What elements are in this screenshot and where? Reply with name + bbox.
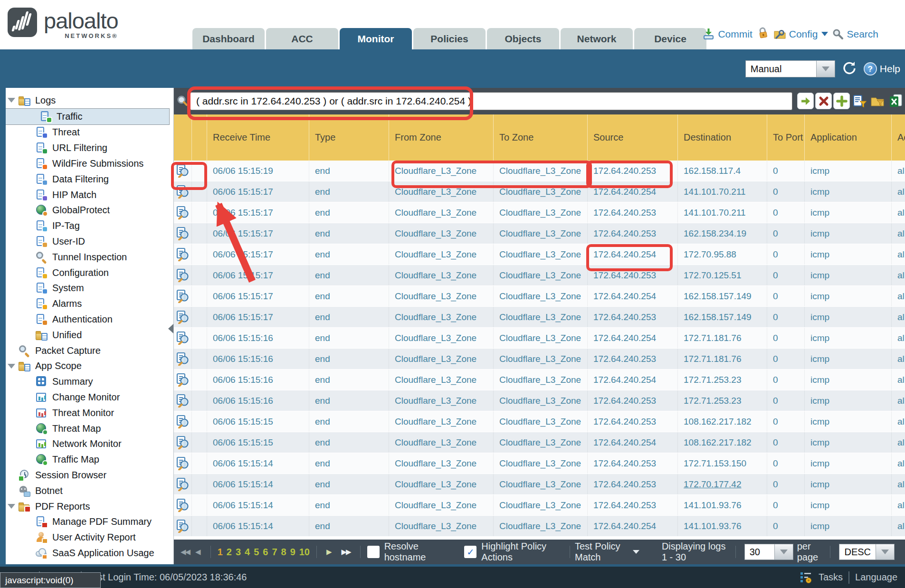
sidebar-item-pdf-reports[interactable]: PDF Reports: [0, 499, 173, 514]
resolve-hostname-checkbox[interactable]: [367, 546, 380, 558]
column-header-to-zone[interactable]: To Zone: [494, 114, 588, 161]
log-detail-icon[interactable]: [176, 352, 190, 366]
filter-query-input[interactable]: [190, 92, 792, 110]
table-row[interactable]: 06/06 15:15:16endCloudflare_L3_ZoneCloud…: [174, 349, 905, 370]
table-row[interactable]: 06/06 15:15:15endCloudflare_L3_ZoneCloud…: [174, 411, 905, 432]
page-9[interactable]: 9: [290, 547, 295, 558]
load-filter-button[interactable]: [869, 93, 886, 109]
table-row[interactable]: 06/06 15:15:14endCloudflare_L3_ZoneCloud…: [174, 516, 905, 537]
log-detail-icon[interactable]: [176, 206, 190, 219]
table-row[interactable]: 06/06 15:15:16endCloudflare_L3_ZoneCloud…: [174, 390, 905, 411]
table-row[interactable]: 06/06 15:15:17endCloudflare_L3_ZoneCloud…: [174, 265, 905, 286]
sidebar-item-summary[interactable]: Summary: [0, 374, 173, 389]
table-row[interactable]: 06/06 15:15:16endCloudflare_L3_ZoneCloud…: [174, 370, 905, 390]
tab-acc[interactable]: ACC: [266, 28, 338, 49]
sidebar-item-change-monitor[interactable]: Change Monitor: [0, 389, 173, 405]
sidebar-collapse-handle[interactable]: [168, 324, 173, 333]
log-detail-icon[interactable]: [176, 268, 190, 282]
sidebar-item-session-browser[interactable]: Session Browser: [0, 467, 173, 483]
log-detail-icon[interactable]: [176, 477, 190, 491]
log-detail-icon[interactable]: [176, 436, 190, 449]
sidebar-item-wildfire-submissions[interactable]: WildFire Submissions: [0, 156, 173, 171]
sidebar-item-network-monitor[interactable]: Network Monitor: [0, 436, 173, 452]
column-header-type[interactable]: Type: [309, 114, 389, 161]
page-2[interactable]: 2: [227, 547, 232, 558]
sidebar-item-user-activity-report[interactable]: User Activity Report: [0, 530, 173, 545]
page-3[interactable]: 3: [236, 547, 241, 558]
sidebar-item-hip-match[interactable]: HIP Match: [0, 187, 173, 203]
sidebar-item-manage-pdf-summary[interactable]: Manage PDF Summary: [0, 514, 173, 530]
expander-icon[interactable]: [8, 98, 15, 103]
add-filter-button[interactable]: [833, 93, 850, 109]
sidebar-item-ip-tag[interactable]: IP-Tag: [0, 218, 173, 234]
table-row[interactable]: 06/06 15:15:17endCloudflare_L3_ZoneCloud…: [174, 307, 905, 328]
refresh-interval-trigger[interactable]: [816, 61, 835, 77]
sidebar-item-unified[interactable]: Unified: [0, 327, 173, 343]
lock-icon[interactable]: [757, 27, 769, 41]
tab-network[interactable]: Network: [561, 28, 633, 49]
table-row[interactable]: 06/06 15:15:14endCloudflare_L3_ZoneCloud…: [174, 495, 905, 516]
column-header-destination[interactable]: Destination: [678, 114, 767, 161]
tasks-link[interactable]: Tasks: [819, 572, 843, 583]
cell-destination[interactable]: 172.70.177.42: [678, 474, 767, 494]
clear-filter-button[interactable]: [815, 93, 832, 109]
per-page-select[interactable]: 30: [744, 544, 793, 560]
next-page-icon[interactable]: ▶: [326, 548, 332, 556]
column-header-to-port[interactable]: To Port: [767, 114, 805, 161]
column-header-ac[interactable]: Ac: [892, 114, 905, 161]
sidebar-item-tunnel-inspection[interactable]: Tunnel Inspection: [0, 249, 173, 265]
refresh-interval-select[interactable]: Manual: [745, 60, 835, 77]
sort-order-trigger[interactable]: [876, 544, 894, 560]
log-detail-icon[interactable]: [176, 456, 190, 470]
filter-builder-button[interactable]: [851, 93, 868, 109]
table-row[interactable]: 06/06 15:15:14endCloudflare_L3_ZoneCloud…: [174, 453, 905, 474]
sidebar-item-threat-map[interactable]: Threat Map: [0, 421, 173, 436]
table-row[interactable]: 06/06 15:15:17endCloudflare_L3_ZoneCloud…: [174, 181, 905, 202]
page-6[interactable]: 6: [263, 547, 268, 558]
table-row[interactable]: 06/06 15:15:17endCloudflare_L3_ZoneCloud…: [174, 286, 905, 307]
table-row[interactable]: 06/06 15:15:17endCloudflare_L3_ZoneCloud…: [174, 244, 905, 265]
sidebar-item-packet-capture[interactable]: Packet Capture: [0, 343, 173, 359]
tab-monitor[interactable]: Monitor: [340, 28, 412, 49]
column-header-application[interactable]: Application: [805, 114, 892, 161]
expander-icon[interactable]: [8, 364, 15, 369]
tab-objects[interactable]: Objects: [487, 28, 559, 49]
page-7[interactable]: 7: [272, 547, 277, 558]
tab-dashboard[interactable]: Dashboard: [192, 28, 265, 49]
prev-page-icon[interactable]: ◀: [195, 548, 200, 556]
sidebar-item-threat-monitor[interactable]: Threat Monitor: [0, 405, 173, 421]
apply-filter-button[interactable]: [797, 93, 814, 109]
log-detail-icon[interactable]: [176, 373, 190, 387]
sort-order-select[interactable]: DESC: [839, 544, 895, 560]
first-page-icon[interactable]: ◀◀: [181, 548, 190, 556]
log-detail-icon[interactable]: [176, 519, 190, 533]
table-row[interactable]: 06/06 15:15:19endCloudflare_L3_ZoneCloud…: [174, 161, 905, 181]
column-header-source[interactable]: Source: [588, 114, 678, 161]
sidebar-item-url-filtering[interactable]: URL Filtering: [0, 140, 173, 156]
sidebar-item-traffic[interactable]: Traffic: [4, 108, 170, 125]
commit-button[interactable]: Commit: [702, 28, 752, 40]
column-header-receive-time[interactable]: Receive Time: [207, 114, 309, 161]
language-link[interactable]: Language: [855, 572, 897, 583]
expander-icon[interactable]: [8, 504, 15, 509]
page-5[interactable]: 5: [254, 547, 259, 558]
sidebar-item-botnet[interactable]: Botnet: [0, 483, 173, 499]
column-header-blank[interactable]: [192, 114, 207, 161]
sidebar-item-globalprotect[interactable]: GlobalProtect: [0, 203, 173, 218]
tab-policies[interactable]: Policies: [413, 28, 486, 49]
page-4[interactable]: 4: [245, 547, 250, 558]
config-menu[interactable]: Config: [773, 28, 829, 40]
table-row[interactable]: 06/06 15:15:14endCloudflare_L3_ZoneCloud…: [174, 474, 905, 495]
log-detail-icon[interactable]: [176, 227, 190, 240]
page-1[interactable]: 1: [218, 547, 223, 558]
sidebar-item-system[interactable]: System: [0, 281, 173, 296]
log-detail-icon[interactable]: [176, 394, 190, 408]
log-detail-icon[interactable]: [176, 289, 190, 303]
highlight-policy-actions-checkbox[interactable]: ✓: [464, 546, 476, 558]
table-row[interactable]: 06/06 15:15:17endCloudflare_L3_ZoneCloud…: [174, 223, 905, 244]
log-detail-icon[interactable]: [176, 498, 190, 512]
log-detail-icon[interactable]: [176, 164, 190, 178]
search-button[interactable]: Search: [832, 28, 878, 40]
table-row[interactable]: 06/06 15:15:17endCloudflare_L3_ZoneCloud…: [174, 202, 905, 223]
page-10[interactable]: 10: [299, 547, 310, 558]
